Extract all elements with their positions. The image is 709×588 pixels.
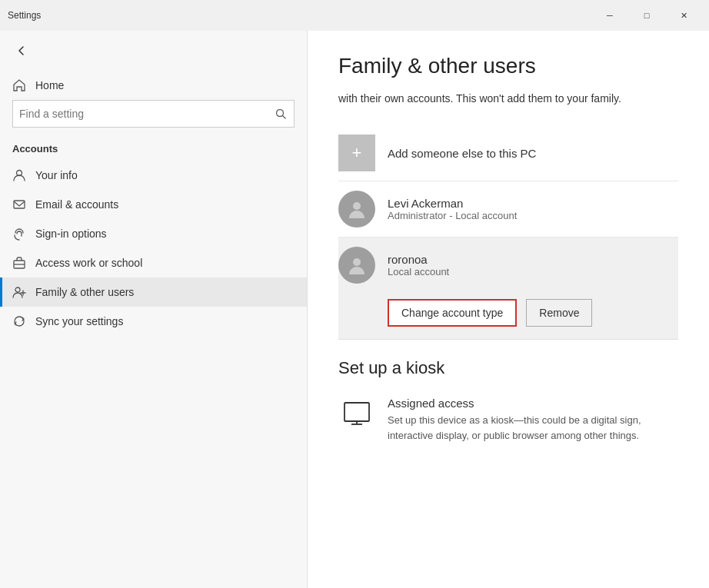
- page-title: Family & other users: [338, 54, 678, 78]
- window-title: Settings: [8, 10, 592, 21]
- svg-line-1: [283, 116, 286, 119]
- assigned-access-desc: Set up this device as a kiosk—this could…: [388, 413, 678, 443]
- add-user-icon: +: [338, 135, 375, 171]
- user-info-roronoa: roronoa Local account: [388, 253, 678, 277]
- back-arrow-icon: [17, 46, 26, 55]
- briefcase-icon: [12, 256, 26, 270]
- settings-window: Settings ─ □ ✕: [0, 0, 709, 588]
- user-info-levi: Levi Ackerman Administrator - Local acco…: [388, 197, 678, 221]
- person-silhouette-icon: [346, 198, 368, 220]
- search-icon: [275, 108, 286, 119]
- sidebar-item-label-sync: Sync your settings: [35, 315, 123, 327]
- sidebar-item-label-home: Home: [35, 79, 64, 91]
- user-role-levi: Administrator - Local account: [388, 210, 678, 221]
- avatar-roronoa: [338, 247, 375, 284]
- maximize-button[interactable]: □: [629, 3, 664, 28]
- monitor-icon: [340, 398, 374, 432]
- user-card-levi[interactable]: Levi Ackerman Administrator - Local acco…: [338, 181, 678, 238]
- home-icon: [12, 78, 26, 92]
- svg-point-9: [353, 202, 361, 210]
- kiosk-section: Set up a kiosk Assigned access Set up th…: [338, 358, 678, 449]
- close-button[interactable]: ✕: [666, 3, 701, 28]
- kiosk-info: Assigned access Set up this device as a …: [388, 397, 678, 443]
- sidebar-item-label-work: Access work or school: [35, 257, 142, 269]
- sidebar-item-label-your-info: Your info: [35, 169, 78, 181]
- kiosk-icon: [338, 397, 375, 434]
- main-content: Family & other users with their own acco…: [308, 31, 709, 588]
- sidebar-item-label-family: Family & other users: [35, 286, 134, 298]
- sidebar-item-email[interactable]: Email & accounts: [0, 190, 307, 219]
- avatar-levi: [338, 191, 375, 228]
- svg-rect-11: [345, 403, 369, 421]
- search-button[interactable]: [268, 101, 293, 126]
- sidebar-item-work[interactable]: Access work or school: [0, 248, 307, 277]
- sidebar-item-home[interactable]: Home: [0, 71, 307, 100]
- window-controls: ─ □ ✕: [592, 3, 701, 28]
- sync-icon: [12, 314, 26, 328]
- search-input[interactable]: [12, 100, 295, 128]
- sidebar-item-label-signin: Sign-in options: [35, 228, 107, 240]
- sidebar-item-family[interactable]: Family & other users: [0, 277, 307, 307]
- kiosk-title: Set up a kiosk: [338, 358, 678, 378]
- search-container: [0, 100, 307, 137]
- sidebar-item-sync[interactable]: Sync your settings: [0, 307, 307, 336]
- user-name-roronoa: roronoa: [388, 253, 678, 266]
- fingerprint-icon: [12, 227, 26, 241]
- person-icon: [12, 168, 26, 182]
- user-name-levi: Levi Ackerman: [388, 197, 678, 210]
- accounts-section-header: Accounts: [0, 137, 307, 161]
- add-user-label: Add someone else to this PC: [388, 147, 536, 160]
- user-card-roronoa: roronoa Local account Change account typ…: [338, 238, 678, 340]
- change-account-type-button[interactable]: Change account type: [388, 299, 517, 327]
- user-card-actions: Change account type Remove: [338, 293, 678, 339]
- svg-point-10: [353, 258, 361, 266]
- user-card-roronoa-header[interactable]: roronoa Local account: [338, 238, 678, 293]
- user-role-roronoa: Local account: [388, 266, 678, 277]
- title-bar: Settings ─ □ ✕: [0, 0, 709, 31]
- sidebar-item-label-email: Email & accounts: [35, 198, 118, 211]
- person-silhouette-icon-2: [346, 254, 368, 276]
- assigned-access-card[interactable]: Assigned access Set up this device as a …: [338, 390, 678, 449]
- minimize-button[interactable]: ─: [592, 3, 627, 28]
- assigned-access-name: Assigned access: [388, 397, 678, 410]
- add-user-card[interactable]: + Add someone else to this PC: [338, 125, 678, 181]
- email-icon: [12, 198, 26, 211]
- remove-user-button[interactable]: Remove: [526, 299, 592, 327]
- sidebar-item-signin[interactable]: Sign-in options: [0, 219, 307, 248]
- svg-rect-3: [14, 201, 25, 208]
- svg-point-6: [15, 287, 20, 292]
- sidebar-item-your-info[interactable]: Your info: [0, 161, 307, 190]
- back-button[interactable]: [6, 35, 37, 66]
- person-add-icon: [12, 285, 26, 299]
- content-area: Home Accounts: [0, 31, 709, 588]
- intro-text: with their own accounts. This won't add …: [338, 91, 678, 107]
- sidebar: Home Accounts: [0, 31, 308, 588]
